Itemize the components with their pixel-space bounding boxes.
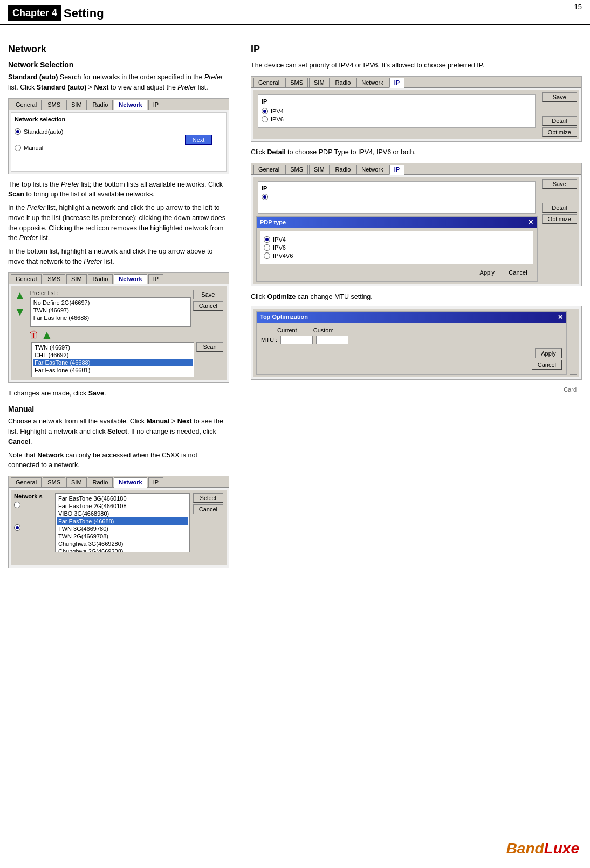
tab-general-m[interactable]: General xyxy=(11,477,42,487)
optimize-btn-pdp[interactable]: Optimize xyxy=(542,214,577,224)
tab-sim-ip1[interactable]: SIM xyxy=(309,78,330,87)
manual-item-1[interactable]: Far EasTone 2G(4660108 xyxy=(57,502,188,510)
tab-sim-p[interactable]: SIM xyxy=(66,274,87,284)
tab-network-1[interactable]: Network xyxy=(114,100,147,110)
mtu-custom-input[interactable] xyxy=(316,336,348,344)
radio-manual-label: Manual xyxy=(24,145,43,151)
ip-title: IP xyxy=(251,44,582,55)
manual-radio2-row xyxy=(14,524,52,531)
scan-button[interactable]: Scan xyxy=(196,342,223,352)
top-opt-content: Current Custom MTU : Apply Cancel xyxy=(257,323,566,374)
top-opt-cancel-btn[interactable]: Cancel xyxy=(532,360,562,370)
tab-radio-p[interactable]: Radio xyxy=(88,274,113,284)
manual-radio1[interactable] xyxy=(14,502,20,508)
tab-network-pdp[interactable]: Network xyxy=(356,165,388,174)
mtu-current-input[interactable] xyxy=(280,336,313,344)
tab-radio-1[interactable]: Radio xyxy=(88,100,113,110)
tab-sms-1[interactable]: SMS xyxy=(43,100,65,110)
tab-ip-1[interactable]: IP xyxy=(148,100,163,110)
tab-sim-1[interactable]: SIM xyxy=(66,100,87,110)
tab-ip-ip1[interactable]: IP xyxy=(389,78,404,88)
left-column: Network Network Selection Standard (auto… xyxy=(8,36,240,573)
manual-item-6[interactable]: Chunghwa 3G(4669280) xyxy=(57,540,188,548)
radio-standard[interactable] xyxy=(15,128,21,135)
bottom-item-2[interactable]: Far EasTone (46688) xyxy=(33,359,193,366)
bottom-item-1[interactable]: CHT (46692) xyxy=(33,351,193,359)
manual-radio2[interactable] xyxy=(14,524,20,531)
tab-general-ip1[interactable]: General xyxy=(253,78,284,87)
ip-label-pdp: IP xyxy=(262,185,532,192)
save-btn-pdp[interactable]: Save xyxy=(542,179,577,189)
prefer-list-screenshot: General SMS SIM Radio Network IP ▲ ▼ xyxy=(8,272,229,383)
ipv4-radio-row: IPV4 xyxy=(262,108,532,114)
tab-sms-ip1[interactable]: SMS xyxy=(285,78,308,87)
tab-ip-p[interactable]: IP xyxy=(148,274,163,284)
top-opt-close-btn[interactable]: ✕ xyxy=(558,313,563,321)
tab-network-p[interactable]: Network xyxy=(114,274,147,284)
tab-radio-pdp[interactable]: Radio xyxy=(331,165,356,174)
cancel-button-prefer[interactable]: Cancel xyxy=(193,301,223,311)
manual-item-5[interactable]: TWN 2G(4669708) xyxy=(57,532,188,540)
remove-icon[interactable]: 🗑 xyxy=(29,329,39,341)
save-button-prefer[interactable]: Save xyxy=(193,290,223,299)
tab-ip-pdp[interactable]: IP xyxy=(389,165,404,175)
manual-title: Manual xyxy=(8,405,229,413)
detail-btn-ip1[interactable]: Detail xyxy=(542,116,577,126)
pdp-outer-radio[interactable] xyxy=(262,194,268,200)
prefer-item-2[interactable]: Far EasTone (46688) xyxy=(32,314,189,322)
manual-desc1: Choose a network from all the available.… xyxy=(8,416,229,447)
pdp-ipv6-radio[interactable] xyxy=(264,244,270,251)
tab-sms-m[interactable]: SMS xyxy=(43,477,65,487)
tab-general-pdp[interactable]: General xyxy=(253,165,284,174)
select-button[interactable]: Select xyxy=(193,493,223,503)
chapter-label: Chapter 4 xyxy=(8,5,61,21)
pdp-cancel-btn[interactable]: Cancel xyxy=(503,268,533,277)
top-opt-title-bar: Top Optimization ✕ xyxy=(257,312,566,323)
prefer-item-1[interactable]: TWN (46697) xyxy=(32,306,189,314)
ipv4-radio[interactable] xyxy=(262,108,268,114)
save-btn-ip1[interactable]: Save xyxy=(542,92,577,102)
if-changes: If changes are made, click Save. xyxy=(8,388,229,399)
para1: Standard (auto) Search for networks in t… xyxy=(8,72,229,93)
bottom-item-3[interactable]: Far EasTone (46601) xyxy=(33,366,193,374)
manual-item-2[interactable]: VIBO 3G(4668980) xyxy=(57,510,188,517)
chapter-header: Chapter 4 Setting xyxy=(0,0,590,25)
pdp-ipv4v6-radio[interactable] xyxy=(264,252,270,259)
ipv6-label: IPV6 xyxy=(271,116,284,122)
pdp-apply-btn[interactable]: Apply xyxy=(474,268,500,277)
cancel-button-manual[interactable]: Cancel xyxy=(193,504,223,514)
pdp-radio-row-outer xyxy=(262,194,532,200)
manual-network-screenshot: General SMS SIM Radio Network IP Network… xyxy=(8,476,229,568)
tab-radio-m[interactable]: Radio xyxy=(88,477,113,487)
pdp-close-button[interactable]: ✕ xyxy=(528,218,533,226)
tab-sms-pdp[interactable]: SMS xyxy=(285,165,308,174)
manual-item-7[interactable]: Chunghwa 2G(4669208) xyxy=(57,548,188,552)
tab-radio-ip1[interactable]: Radio xyxy=(331,78,356,87)
top-opt-apply-btn[interactable]: Apply xyxy=(535,348,562,358)
tab-network-m[interactable]: Network xyxy=(114,477,147,488)
tab-sim-m[interactable]: SIM xyxy=(66,477,87,487)
network-s-label: Network s xyxy=(14,493,52,500)
radio-manual[interactable] xyxy=(15,145,21,151)
custom-label: Custom xyxy=(313,327,334,333)
prefer-item-0[interactable]: No Define 2G(46697) xyxy=(32,299,189,306)
tab-network-ip1[interactable]: Network xyxy=(356,78,388,87)
optimize-btn-ip1[interactable]: Optimize xyxy=(542,127,577,137)
next-button-1[interactable]: Next xyxy=(185,135,212,145)
tab-general-1[interactable]: General xyxy=(11,100,42,110)
tab-general-p[interactable]: General xyxy=(11,274,42,284)
tab-sms-p[interactable]: SMS xyxy=(43,274,65,284)
scrollbar[interactable] xyxy=(570,311,577,375)
move-up-icon[interactable]: ▲ xyxy=(41,329,53,341)
arrow-up-icon[interactable]: ▲ xyxy=(14,290,26,302)
manual-item-4[interactable]: TWN 3G(4669780) xyxy=(57,525,188,532)
pdp-ipv4-radio[interactable] xyxy=(264,236,270,243)
ipv6-radio[interactable] xyxy=(262,116,268,122)
manual-item-0[interactable]: Far EasTone 3G(4660180 xyxy=(57,495,188,502)
bottom-item-0[interactable]: TWN (46697) xyxy=(33,344,193,351)
arrow-down-icon[interactable]: ▼ xyxy=(14,306,26,318)
tab-sim-pdp[interactable]: SIM xyxy=(309,165,330,174)
tab-ip-m[interactable]: IP xyxy=(148,477,163,487)
manual-item-3[interactable]: Far EasTone (46688) xyxy=(57,517,188,525)
detail-btn-pdp[interactable]: Detail xyxy=(542,203,577,213)
